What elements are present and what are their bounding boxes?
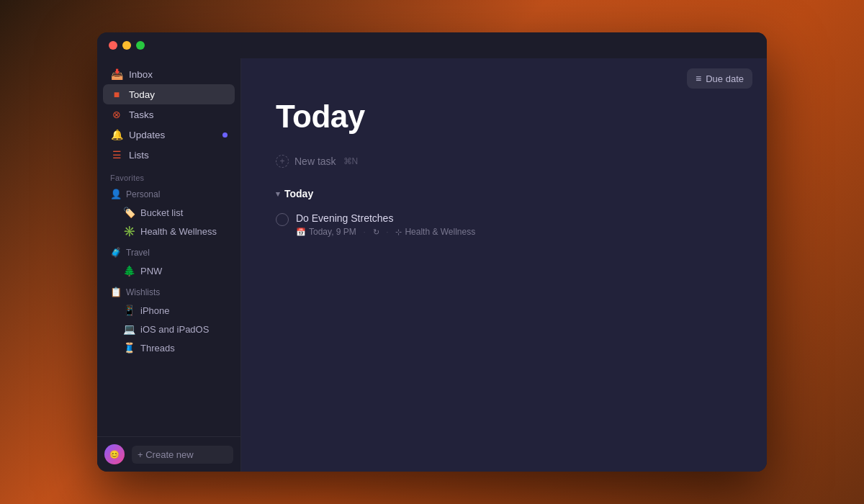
personal-label: Personal	[126, 189, 160, 199]
sidebar-item-inbox-label: Inbox	[129, 69, 153, 80]
updates-icon: 🔔	[110, 129, 123, 140]
updates-badge	[222, 132, 228, 138]
task-category: ⊹ Health & Wellness	[395, 227, 475, 237]
due-date-label: Due date	[706, 73, 744, 84]
create-new-button[interactable]: + Create new	[132, 446, 233, 464]
today-section-header[interactable]: ▾ Today	[276, 188, 732, 199]
new-task-label: New task	[294, 156, 336, 167]
tag-icon: ⊹	[395, 228, 402, 237]
sidebar-item-inbox[interactable]: 📥 Inbox	[103, 64, 235, 84]
task-category-label: Health & Wellness	[405, 227, 475, 237]
threads-icon: 🧵	[123, 342, 135, 354]
task-item: Do Evening Stretches 📅 Today, 9 PM · ↻ ·	[276, 207, 732, 243]
tasks-icon: ⊗	[110, 109, 123, 120]
task-details: Do Evening Stretches 📅 Today, 9 PM · ↻ ·	[296, 212, 732, 237]
personal-icon: 👤	[110, 189, 122, 199]
new-task-circle-icon: +	[276, 155, 289, 168]
app-body: 📥 Inbox ■ Today ⊗ Tasks 🔔 Updates ☰	[97, 58, 767, 472]
wishlists-group: 📋 Wishlists 📱 iPhone 💻 iOS and iPadOS 🧵 …	[103, 283, 235, 357]
task-meta: 📅 Today, 9 PM · ↻ · ⊹ Health & Wellness	[296, 227, 732, 237]
close-button[interactable]	[109, 41, 117, 50]
threads-label: Threads	[140, 343, 175, 354]
sidebar-item-pnw[interactable]: 🌲 PNW	[103, 261, 235, 280]
task-repeat: ↻	[373, 228, 379, 237]
repeat-icon: ↻	[373, 228, 379, 237]
personal-group-label: 👤 Personal	[103, 185, 235, 203]
filter-icon: ≡	[696, 73, 701, 84]
bucket-list-label: Bucket list	[140, 207, 183, 218]
lists-icon: ☰	[110, 149, 123, 161]
wishlists-label: Wishlists	[126, 287, 160, 297]
meta-divider-2: ·	[387, 228, 389, 236]
task-checkbox[interactable]	[276, 213, 289, 226]
new-task-shortcut: ⌘N	[343, 156, 359, 166]
travel-label: Travel	[126, 248, 150, 258]
ios-ipad-icon: 💻	[123, 323, 135, 335]
health-wellness-icon: ✳️	[123, 225, 135, 237]
sidebar-item-today[interactable]: ■ Today	[103, 84, 235, 104]
iphone-icon: 📱	[123, 305, 135, 316]
today-section-label: Today	[284, 188, 313, 199]
personal-group: 👤 Personal 🏷️ Bucket list ✳️ Health & We…	[103, 185, 235, 240]
wishlists-icon: 📋	[110, 287, 122, 297]
calendar-icon: 📅	[296, 228, 306, 237]
task-name: Do Evening Stretches	[296, 212, 732, 224]
health-wellness-label: Health & Wellness	[140, 226, 217, 237]
sidebar-item-updates[interactable]: 🔔 Updates	[103, 125, 235, 145]
iphone-label: iPhone	[140, 305, 169, 316]
sidebar-item-ios-ipad[interactable]: 💻 iOS and iPadOS	[103, 320, 235, 338]
app-window: 📥 Inbox ■ Today ⊗ Tasks 🔔 Updates ☰	[97, 32, 767, 472]
pnw-label: PNW	[140, 266, 162, 276]
avatar[interactable]: 😊	[104, 444, 125, 464]
task-due-label: Today, 9 PM	[309, 227, 356, 237]
sidebar-item-today-label: Today	[129, 89, 155, 100]
minimize-button[interactable]	[122, 41, 131, 50]
pnw-icon: 🌲	[123, 265, 135, 276]
meta-divider: ·	[364, 228, 366, 236]
page-title: Today	[276, 99, 732, 135]
main-body: Today + New task ⌘N ▾ Today Do Evening S…	[241, 99, 767, 472]
sidebar-item-bucket-list[interactable]: 🏷️ Bucket list	[103, 203, 235, 222]
travel-icon: 🧳	[110, 247, 122, 258]
wishlists-group-label: 📋 Wishlists	[103, 283, 235, 301]
window-chrome	[97, 32, 767, 58]
sidebar-nav: 📥 Inbox ■ Today ⊗ Tasks 🔔 Updates ☰	[97, 64, 240, 436]
today-icon: ■	[110, 89, 123, 100]
task-due-date: 📅 Today, 9 PM	[296, 227, 356, 237]
maximize-button[interactable]	[136, 41, 145, 50]
create-new-label: + Create new	[138, 449, 194, 460]
sidebar-footer: 😊 + Create new	[97, 436, 240, 472]
favorites-label: Favorites	[103, 165, 235, 185]
sidebar-item-threads[interactable]: 🧵 Threads	[103, 338, 235, 357]
sidebar-item-tasks-label: Tasks	[129, 109, 154, 120]
chevron-down-icon: ▾	[276, 189, 280, 199]
new-task-row[interactable]: + New task ⌘N	[276, 152, 732, 171]
sidebar-item-iphone[interactable]: 📱 iPhone	[103, 301, 235, 320]
travel-group-label: 🧳 Travel	[103, 243, 235, 261]
main-content: ≡ Due date Today + New task ⌘N ▾ Today	[241, 58, 767, 472]
sidebar-item-lists-label: Lists	[129, 150, 149, 161]
sidebar-item-tasks[interactable]: ⊗ Tasks	[103, 104, 235, 125]
main-header: ≡ Due date	[241, 58, 767, 99]
due-date-button[interactable]: ≡ Due date	[687, 68, 752, 89]
travel-group: 🧳 Travel 🌲 PNW	[103, 243, 235, 280]
bucket-list-icon: 🏷️	[123, 207, 135, 218]
ios-ipad-label: iOS and iPadOS	[140, 324, 209, 335]
sidebar-item-updates-label: Updates	[129, 130, 165, 140]
sidebar-item-lists[interactable]: ☰ Lists	[103, 145, 235, 165]
inbox-icon: 📥	[110, 68, 123, 80]
sidebar-item-health-wellness[interactable]: ✳️ Health & Wellness	[103, 222, 235, 240]
traffic-lights	[109, 41, 145, 50]
sidebar: 📥 Inbox ■ Today ⊗ Tasks 🔔 Updates ☰	[97, 58, 241, 472]
